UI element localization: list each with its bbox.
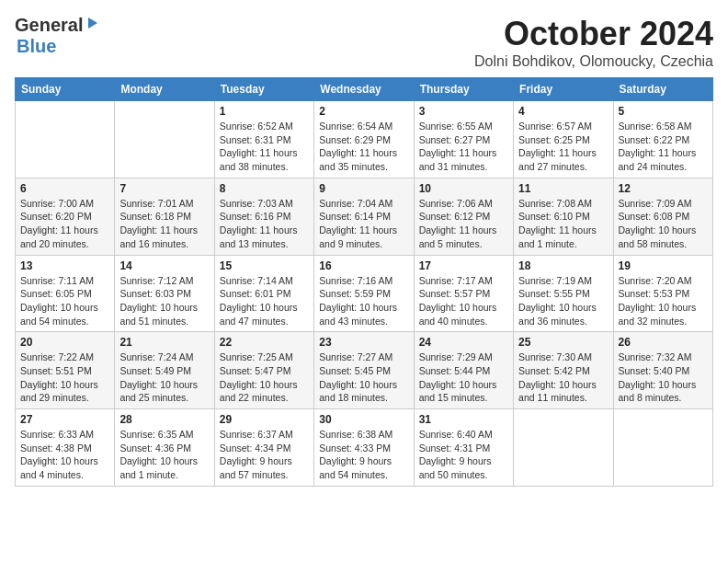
day-info: Sunrise: 6:54 AMSunset: 6:29 PMDaylight:… xyxy=(319,120,408,174)
day-number: 11 xyxy=(518,182,608,195)
logo-general-text: General xyxy=(15,15,83,36)
calendar-week-row: 20Sunrise: 7:22 AMSunset: 5:51 PMDayligh… xyxy=(16,332,713,409)
day-info: Sunrise: 6:38 AMSunset: 4:33 PMDaylight:… xyxy=(319,428,408,482)
calendar-cell: 16Sunrise: 7:16 AMSunset: 5:59 PMDayligh… xyxy=(314,255,414,332)
day-info: Sunrise: 7:17 AMSunset: 5:57 PMDaylight:… xyxy=(419,274,508,328)
calendar-cell: 23Sunrise: 7:27 AMSunset: 5:45 PMDayligh… xyxy=(314,332,414,409)
day-number: 14 xyxy=(119,259,209,272)
day-info: Sunrise: 7:29 AMSunset: 5:44 PMDaylight:… xyxy=(419,350,508,405)
weekday-header: Thursday xyxy=(414,78,513,101)
header: General Blue October 2024 Dolni Bohdikov… xyxy=(15,15,713,70)
calendar-cell: 30Sunrise: 6:38 AMSunset: 4:33 PMDayligh… xyxy=(314,409,414,487)
calendar-cell xyxy=(514,409,613,487)
day-info: Sunrise: 6:35 AMSunset: 4:36 PMDaylight:… xyxy=(119,428,209,482)
day-info: Sunrise: 6:57 AMSunset: 6:25 PMDaylight:… xyxy=(518,120,608,174)
weekday-header: Friday xyxy=(514,78,613,101)
calendar-cell: 7Sunrise: 7:01 AMSunset: 6:18 PMDaylight… xyxy=(115,178,214,255)
day-number: 23 xyxy=(319,336,408,349)
calendar-cell: 8Sunrise: 7:03 AMSunset: 6:16 PMDaylight… xyxy=(214,178,313,255)
day-number: 16 xyxy=(319,259,408,272)
day-number: 17 xyxy=(419,259,508,272)
day-info: Sunrise: 6:52 AMSunset: 6:31 PMDaylight:… xyxy=(220,120,309,174)
day-number: 15 xyxy=(220,259,309,272)
calendar-cell: 20Sunrise: 7:22 AMSunset: 5:51 PMDayligh… xyxy=(16,332,115,409)
day-number: 27 xyxy=(20,413,109,426)
location-subtitle: Dolni Bohdikov, Olomoucky, Czechia xyxy=(474,53,713,70)
day-info: Sunrise: 7:27 AMSunset: 5:45 PMDaylight:… xyxy=(319,350,408,405)
weekday-header: Wednesday xyxy=(314,78,414,101)
weekday-header-row: SundayMondayTuesdayWednesdayThursdayFrid… xyxy=(16,78,713,101)
calendar-cell: 29Sunrise: 6:37 AMSunset: 4:34 PMDayligh… xyxy=(214,409,313,487)
calendar-cell: 11Sunrise: 7:08 AMSunset: 6:10 PMDayligh… xyxy=(514,178,613,255)
logo-arrow-icon xyxy=(85,16,99,34)
calendar-cell: 21Sunrise: 7:24 AMSunset: 5:49 PMDayligh… xyxy=(115,332,214,409)
day-number: 18 xyxy=(518,259,608,272)
day-info: Sunrise: 7:11 AMSunset: 6:05 PMDaylight:… xyxy=(20,274,109,328)
day-info: Sunrise: 7:06 AMSunset: 6:12 PMDaylight:… xyxy=(419,197,508,251)
calendar-week-row: 1Sunrise: 6:52 AMSunset: 6:31 PMDaylight… xyxy=(16,101,713,178)
weekday-header: Tuesday xyxy=(214,78,313,101)
day-number: 7 xyxy=(119,182,209,195)
calendar-cell: 24Sunrise: 7:29 AMSunset: 5:44 PMDayligh… xyxy=(414,332,513,409)
calendar-cell: 4Sunrise: 6:57 AMSunset: 6:25 PMDaylight… xyxy=(514,101,613,178)
day-number: 19 xyxy=(619,259,708,272)
calendar: SundayMondayTuesdayWednesdayThursdayFrid… xyxy=(15,77,713,487)
calendar-cell: 19Sunrise: 7:20 AMSunset: 5:53 PMDayligh… xyxy=(613,255,712,332)
day-info: Sunrise: 6:55 AMSunset: 6:27 PMDaylight:… xyxy=(419,120,508,174)
calendar-cell: 22Sunrise: 7:25 AMSunset: 5:47 PMDayligh… xyxy=(214,332,313,409)
day-info: Sunrise: 7:03 AMSunset: 6:16 PMDaylight:… xyxy=(220,197,309,251)
day-number: 9 xyxy=(319,182,408,195)
day-info: Sunrise: 6:37 AMSunset: 4:34 PMDaylight:… xyxy=(220,428,309,482)
calendar-cell: 2Sunrise: 6:54 AMSunset: 6:29 PMDaylight… xyxy=(314,101,414,178)
day-info: Sunrise: 7:19 AMSunset: 5:55 PMDaylight:… xyxy=(518,274,608,328)
calendar-cell xyxy=(613,409,712,487)
calendar-week-row: 13Sunrise: 7:11 AMSunset: 6:05 PMDayligh… xyxy=(16,255,713,332)
day-number: 5 xyxy=(619,105,708,118)
day-info: Sunrise: 7:09 AMSunset: 6:08 PMDaylight:… xyxy=(619,197,708,251)
calendar-cell: 6Sunrise: 7:00 AMSunset: 6:20 PMDaylight… xyxy=(16,178,115,255)
calendar-cell: 18Sunrise: 7:19 AMSunset: 5:55 PMDayligh… xyxy=(514,255,613,332)
day-info: Sunrise: 7:00 AMSunset: 6:20 PMDaylight:… xyxy=(20,197,109,251)
day-info: Sunrise: 7:30 AMSunset: 5:42 PMDaylight:… xyxy=(518,350,608,405)
calendar-cell: 26Sunrise: 7:32 AMSunset: 5:40 PMDayligh… xyxy=(613,332,712,409)
day-number: 3 xyxy=(419,105,508,118)
day-number: 25 xyxy=(518,336,608,349)
day-info: Sunrise: 7:22 AMSunset: 5:51 PMDaylight:… xyxy=(20,350,109,405)
title-area: October 2024 Dolni Bohdikov, Olomoucky, … xyxy=(474,15,713,70)
calendar-cell: 5Sunrise: 6:58 AMSunset: 6:22 PMDaylight… xyxy=(613,101,712,178)
calendar-cell: 17Sunrise: 7:17 AMSunset: 5:57 PMDayligh… xyxy=(414,255,513,332)
day-number: 12 xyxy=(619,182,708,195)
calendar-cell: 25Sunrise: 7:30 AMSunset: 5:42 PMDayligh… xyxy=(514,332,613,409)
calendar-cell: 31Sunrise: 6:40 AMSunset: 4:31 PMDayligh… xyxy=(414,409,513,487)
day-info: Sunrise: 6:58 AMSunset: 6:22 PMDaylight:… xyxy=(619,120,708,174)
calendar-cell: 15Sunrise: 7:14 AMSunset: 6:01 PMDayligh… xyxy=(214,255,313,332)
calendar-cell: 14Sunrise: 7:12 AMSunset: 6:03 PMDayligh… xyxy=(115,255,214,332)
calendar-cell xyxy=(115,101,214,178)
day-number: 20 xyxy=(20,336,109,349)
day-info: Sunrise: 7:04 AMSunset: 6:14 PMDaylight:… xyxy=(319,197,408,251)
svg-marker-0 xyxy=(88,17,97,29)
day-info: Sunrise: 7:32 AMSunset: 5:40 PMDaylight:… xyxy=(619,350,708,405)
day-number: 8 xyxy=(220,182,309,195)
logo-blue-text: Blue xyxy=(17,36,56,56)
day-info: Sunrise: 7:12 AMSunset: 6:03 PMDaylight:… xyxy=(119,274,209,328)
day-number: 29 xyxy=(220,413,309,426)
day-number: 13 xyxy=(20,259,109,272)
day-info: Sunrise: 6:33 AMSunset: 4:38 PMDaylight:… xyxy=(20,428,109,482)
calendar-cell: 9Sunrise: 7:04 AMSunset: 6:14 PMDaylight… xyxy=(314,178,414,255)
logo: General Blue xyxy=(15,15,99,57)
day-info: Sunrise: 7:24 AMSunset: 5:49 PMDaylight:… xyxy=(119,350,209,405)
day-number: 21 xyxy=(119,336,209,349)
day-number: 6 xyxy=(20,182,109,195)
day-info: Sunrise: 6:40 AMSunset: 4:31 PMDaylight:… xyxy=(419,428,508,482)
day-number: 2 xyxy=(319,105,408,118)
day-number: 4 xyxy=(518,105,608,118)
day-number: 22 xyxy=(220,336,309,349)
calendar-cell: 12Sunrise: 7:09 AMSunset: 6:08 PMDayligh… xyxy=(613,178,712,255)
day-number: 28 xyxy=(119,413,209,426)
weekday-header: Saturday xyxy=(613,78,712,101)
weekday-header: Monday xyxy=(115,78,214,101)
calendar-cell: 10Sunrise: 7:06 AMSunset: 6:12 PMDayligh… xyxy=(414,178,513,255)
calendar-week-row: 6Sunrise: 7:00 AMSunset: 6:20 PMDaylight… xyxy=(16,178,713,255)
calendar-cell: 27Sunrise: 6:33 AMSunset: 4:38 PMDayligh… xyxy=(16,409,115,487)
